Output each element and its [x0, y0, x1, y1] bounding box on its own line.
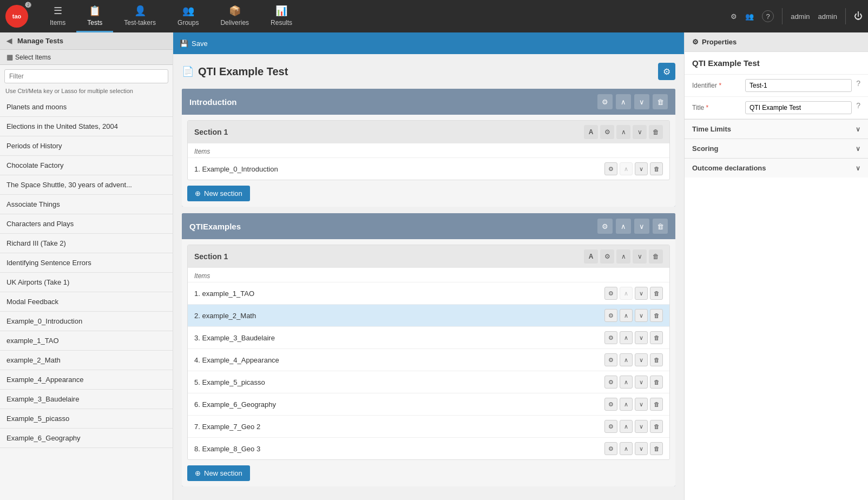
section2-settings-button[interactable]: ⚙: [600, 249, 614, 264]
item-up-button[interactable]: ∧: [620, 331, 633, 344]
item-down-button[interactable]: ∨: [635, 287, 648, 300]
list-item[interactable]: Associate Things: [0, 195, 173, 214]
list-item[interactable]: Example_6_Geography: [0, 429, 173, 448]
list-item[interactable]: Elections in the United States, 2004: [0, 117, 173, 136]
item-delete-button[interactable]: 🗑: [650, 331, 663, 344]
list-item[interactable]: Characters and Plays: [0, 214, 173, 234]
identifier-help-icon[interactable]: ?: [856, 79, 860, 88]
item-down-button[interactable]: ∨: [635, 398, 648, 411]
outcome-declarations-toggle[interactable]: Outcome declarations ∨: [685, 159, 868, 177]
list-item[interactable]: Identifying Sentence Errors: [0, 253, 173, 273]
groups-nav-icon: 👥: [182, 5, 194, 17]
nav-item-deliveries[interactable]: 📦 Deliveries: [209, 1, 260, 32]
users-icon[interactable]: 👥: [745, 12, 754, 21]
identifier-input[interactable]: [745, 79, 852, 92]
item-up-button[interactable]: ∧: [620, 398, 633, 411]
item-delete-button[interactable]: 🗑: [650, 442, 663, 455]
user-label[interactable]: admin: [791, 12, 810, 21]
item-delete-button[interactable]: 🗑: [650, 162, 663, 175]
nav-item-tests[interactable]: 📋 Tests: [76, 1, 113, 32]
list-item[interactable]: Example_5_picasso: [0, 409, 173, 429]
part2-delete-button[interactable]: 🗑: [653, 219, 668, 234]
part-delete-button[interactable]: 🗑: [653, 94, 668, 109]
page-settings-button[interactable]: ⚙: [658, 63, 675, 80]
item-up-button[interactable]: ∧: [620, 287, 633, 300]
item-settings-button[interactable]: ⚙: [604, 287, 617, 300]
title-help-icon[interactable]: ?: [856, 101, 860, 110]
item-down-button[interactable]: ∨: [635, 309, 648, 322]
section2-up-button[interactable]: ∧: [616, 249, 630, 264]
list-item[interactable]: Example_3_Baudelaire: [0, 390, 173, 409]
item-down-button[interactable]: ∨: [635, 353, 648, 366]
item-up-button[interactable]: ∧: [620, 376, 633, 389]
scoring-toggle[interactable]: Scoring ∨: [685, 139, 868, 158]
item-settings-button[interactable]: ⚙: [604, 162, 617, 175]
list-item[interactable]: Richard III (Take 2): [0, 234, 173, 253]
nav-item-items[interactable]: ☰ Items: [39, 1, 76, 32]
list-item[interactable]: Modal Feedback: [0, 292, 173, 312]
item-settings-button[interactable]: ⚙: [604, 420, 617, 433]
filter-input[interactable]: [4, 69, 168, 83]
section-down-button[interactable]: ∨: [633, 125, 647, 139]
item-settings-button[interactable]: ⚙: [604, 376, 617, 389]
part-settings-button[interactable]: ⚙: [597, 94, 613, 109]
item-settings-button[interactable]: ⚙: [604, 442, 617, 455]
help-icon[interactable]: ?: [762, 10, 774, 22]
section-delete-button[interactable]: 🗑: [649, 125, 663, 139]
item-up-button[interactable]: ∧: [620, 353, 633, 366]
item-down-button[interactable]: ∨: [635, 162, 648, 175]
item-up-button[interactable]: ∧: [620, 442, 633, 455]
list-item[interactable]: Periods of History: [0, 136, 173, 156]
part2-up-button[interactable]: ∧: [616, 219, 631, 234]
item-down-button[interactable]: ∨: [635, 376, 648, 389]
item-delete-button[interactable]: 🗑: [650, 420, 663, 433]
part-up-button[interactable]: ∧: [616, 94, 631, 109]
app-logo[interactable]: tao ⚙: [5, 5, 28, 28]
item-settings-button[interactable]: ⚙: [604, 398, 617, 411]
logout-icon[interactable]: ⏻: [854, 11, 863, 21]
nav-item-results[interactable]: 📊 Results: [260, 1, 303, 32]
item-down-button[interactable]: ∨: [635, 442, 648, 455]
back-arrow-icon[interactable]: ◀: [6, 37, 12, 45]
section-text-button[interactable]: A: [584, 125, 598, 139]
list-item[interactable]: Chocolate Factory: [0, 156, 173, 175]
section2-text-button[interactable]: A: [584, 249, 598, 264]
section2-down-button[interactable]: ∨: [633, 249, 647, 264]
item-down-button[interactable]: ∨: [635, 420, 648, 433]
list-item[interactable]: example_1_TAO: [0, 331, 173, 351]
item-delete-button[interactable]: 🗑: [650, 398, 663, 411]
nav-item-groups[interactable]: 👥 Groups: [167, 1, 209, 32]
item-controls: ⚙ ∧ ∨ 🗑: [604, 376, 663, 389]
section-settings-button[interactable]: ⚙: [600, 125, 614, 139]
item-down-button[interactable]: ∨: [635, 331, 648, 344]
list-item[interactable]: Planets and moons: [0, 97, 173, 117]
item-up-button[interactable]: ∧: [620, 420, 633, 433]
part2-down-button[interactable]: ∨: [634, 219, 649, 234]
title-input[interactable]: [745, 101, 852, 114]
part2-settings-button[interactable]: ⚙: [597, 219, 613, 234]
section-up-button[interactable]: ∧: [616, 125, 630, 139]
list-item[interactable]: The Space Shuttle, 30 years of advent...: [0, 175, 173, 195]
new-section-button-2[interactable]: ⊕ New section: [187, 465, 250, 481]
nav-item-testtakers[interactable]: 👤 Test-takers: [113, 1, 167, 32]
settings-icon[interactable]: ⚙: [731, 12, 737, 21]
item-delete-button[interactable]: 🗑: [650, 309, 663, 322]
list-item[interactable]: Example_4_Appearance: [0, 370, 173, 390]
list-item[interactable]: example_2_Math: [0, 351, 173, 370]
item-settings-button[interactable]: ⚙: [604, 331, 617, 344]
item-up-button[interactable]: ∧: [620, 162, 633, 175]
section2-delete-button[interactable]: 🗑: [649, 249, 663, 264]
item-settings-button[interactable]: ⚙: [604, 353, 617, 366]
new-section-button[interactable]: ⊕ New section: [187, 186, 250, 201]
item-settings-button[interactable]: ⚙: [604, 309, 617, 322]
item-controls: ⚙ ∧ ∨ 🗑: [604, 420, 663, 433]
list-item[interactable]: Example_0_Introduction: [0, 312, 173, 331]
part-down-button[interactable]: ∨: [634, 94, 649, 109]
item-delete-button[interactable]: 🗑: [650, 287, 663, 300]
item-delete-button[interactable]: 🗑: [650, 376, 663, 389]
list-item[interactable]: UK Airports (Take 1): [0, 273, 173, 292]
save-button[interactable]: 💾 Save: [180, 40, 208, 48]
item-delete-button[interactable]: 🗑: [650, 353, 663, 366]
item-up-button[interactable]: ∧: [620, 309, 633, 322]
time-limits-toggle[interactable]: Time Limits ∨: [685, 120, 868, 139]
